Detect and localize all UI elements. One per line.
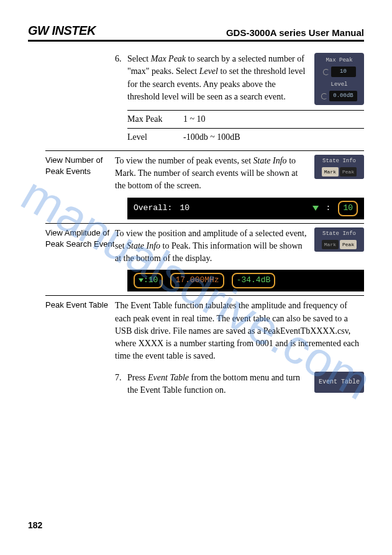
page-header: GW INSTEK GDS-3000A series User Manual <box>28 24 364 42</box>
step6-text: Select Max Peak to search by a selected … <box>127 53 309 105</box>
view-number-text: To view the number of peak events, set S… <box>115 155 309 193</box>
manual-title: GDS-3000A series User Manual <box>226 27 364 38</box>
state-info-peak-panel: State Info Mark Peak <box>314 227 364 265</box>
step6-row: 6. Select Max Peak to search by a select… <box>45 53 364 147</box>
view-number-row: View Number of Peak Events To view the n… <box>45 150 364 219</box>
peak-table-label: Peak Event Table <box>45 300 115 401</box>
brand-logo: GW INSTEK <box>28 24 96 38</box>
view-number-label: View Number of Peak Events <box>45 155 115 219</box>
view-amp-row: View Amplitude of Peak Search Event To v… <box>45 223 364 292</box>
step-6: 6. Select Max Peak to search by a select… <box>115 53 364 105</box>
peak-display-bar: :10 17.000MHz -34.4dB <box>127 270 364 291</box>
triangle-down-icon <box>312 206 319 211</box>
reset-icon <box>321 93 327 99</box>
page-number: 182 <box>28 520 42 530</box>
view-amp-label: View Amplitude of Peak Search Event <box>45 227 115 292</box>
maxpeak-panel: Max Peak 10 Level 0.00dB <box>314 53 364 105</box>
reset-icon <box>323 69 329 75</box>
step-7: 7. Press Event Table from the bottom men… <box>115 372 364 397</box>
overall-display-bar: Overall: 10 : 10 <box>127 198 364 219</box>
spec-level: Level -100db ~ 100dB <box>127 128 364 146</box>
event-table-button: Event Table <box>314 372 364 397</box>
triangle-down-icon <box>139 278 144 282</box>
spec-maxpeak: Max Peak 1 ~ 10 <box>127 110 364 128</box>
peak-table-text: The Event Table function tabulates the a… <box>115 300 364 362</box>
view-amp-text: To view the position and amplitude of a … <box>115 227 309 265</box>
step7-text: Press Event Table from the bottom menu a… <box>127 372 309 397</box>
peak-table-row: Peak Event Table The Event Table functio… <box>45 295 364 401</box>
state-info-mark-panel: State Info Mark Peak <box>314 155 364 193</box>
